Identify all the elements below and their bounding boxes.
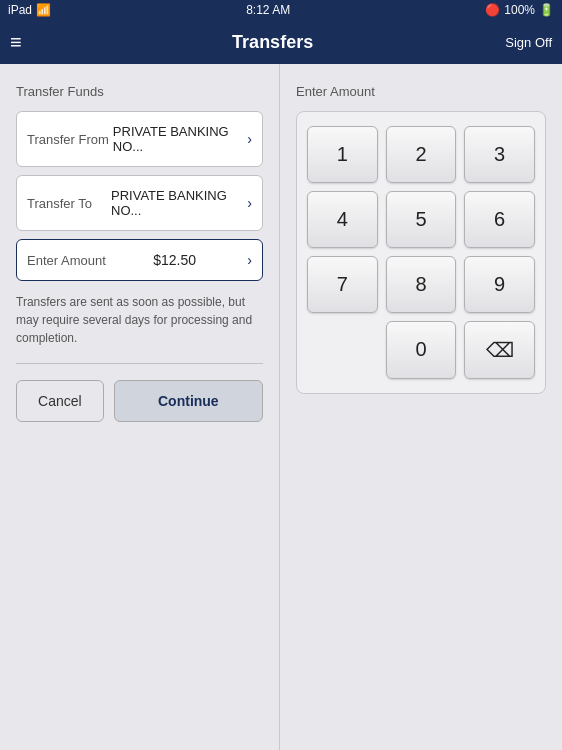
numpad-0-button[interactable]: 0 [386,321,457,379]
transfer-to-row[interactable]: Transfer To PRIVATE BANKING NO... › [16,175,263,231]
numpad: 1234567890⌫ [296,111,546,394]
enter-amount-row[interactable]: Enter Amount $12.50 › [16,239,263,281]
sign-off-button[interactable]: Sign Off [505,35,552,50]
numpad-4-button[interactable]: 4 [307,191,378,248]
numpad-backspace-button[interactable]: ⌫ [464,321,535,379]
enter-amount-label: Enter Amount [27,253,106,268]
left-panel: Transfer Funds Transfer From PRIVATE BAN… [0,64,280,750]
nav-bar: ≡ Transfers Sign Off [0,20,562,64]
transfer-to-value: PRIVATE BANKING NO... [107,188,243,218]
transfer-from-chevron-icon: › [247,131,252,147]
battery-icon: 🔋 [539,3,554,17]
status-bar: iPad 📶 8:12 AM 🔴 100% 🔋 [0,0,562,20]
transfer-info-text: Transfers are sent as soon as possible, … [16,293,263,347]
transfer-funds-label: Transfer Funds [16,84,263,99]
continue-button[interactable]: Continue [114,380,263,422]
wifi-icon: 📶 [36,3,51,17]
numpad-empty [307,321,378,379]
enter-amount-value: $12.50 [153,252,196,268]
status-left: iPad 📶 [8,3,51,17]
numpad-6-button[interactable]: 6 [464,191,535,248]
transfer-to-chevron-icon: › [247,195,252,211]
numpad-5-button[interactable]: 5 [386,191,457,248]
carrier-label: iPad [8,3,32,17]
bluetooth-icon: 🔴 [485,3,500,17]
menu-icon[interactable]: ≡ [10,31,40,54]
numpad-7-button[interactable]: 7 [307,256,378,313]
numpad-3-button[interactable]: 3 [464,126,535,183]
status-time: 8:12 AM [246,3,290,17]
transfer-from-row[interactable]: Transfer From PRIVATE BANKING NO... › [16,111,263,167]
right-panel: Enter Amount 1234567890⌫ [280,64,562,750]
transfer-to-label: Transfer To [27,196,107,211]
transfer-from-label: Transfer From [27,132,109,147]
numpad-8-button[interactable]: 8 [386,256,457,313]
divider [16,363,263,364]
numpad-2-button[interactable]: 2 [386,126,457,183]
action-buttons: Cancel Continue [16,380,263,422]
cancel-button[interactable]: Cancel [16,380,104,422]
numpad-1-button[interactable]: 1 [307,126,378,183]
page-title: Transfers [40,32,505,53]
transfer-from-value: PRIVATE BANKING NO... [109,124,243,154]
battery-label: 100% [504,3,535,17]
numpad-9-button[interactable]: 9 [464,256,535,313]
enter-amount-chevron-icon: › [247,252,252,268]
enter-amount-section-label: Enter Amount [296,84,546,99]
main-content: Transfer Funds Transfer From PRIVATE BAN… [0,64,562,750]
status-right: 🔴 100% 🔋 [485,3,554,17]
